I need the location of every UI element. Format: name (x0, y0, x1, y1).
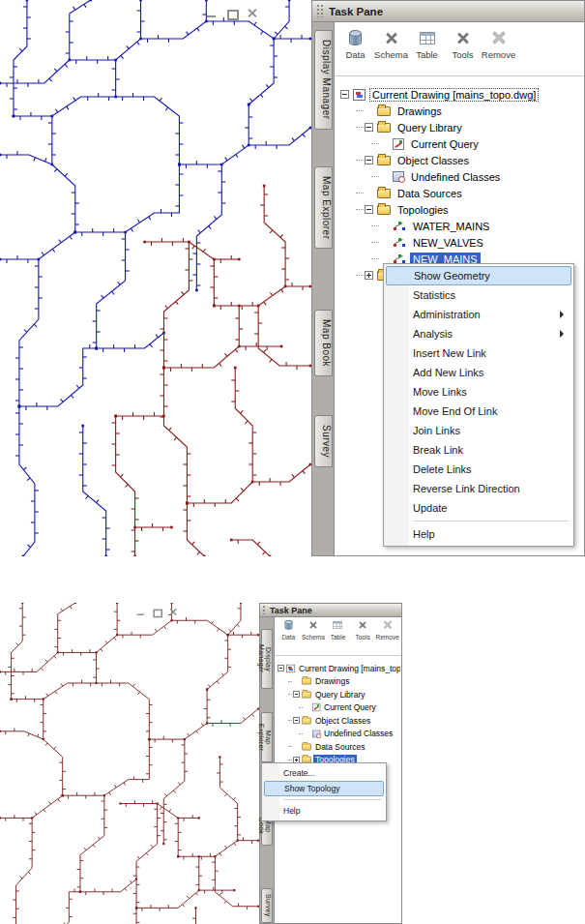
tree-item-data-sources[interactable]: Data Sources (338, 185, 582, 201)
menu-item-create[interactable]: Create... (264, 765, 384, 781)
tree-item-label: Query Library (313, 690, 367, 700)
menu-item-move-end-of-link[interactable]: Move End Of Link (386, 402, 571, 421)
tree-item-current-query[interactable]: Current Query (338, 135, 582, 152)
menu-item-show-topology[interactable]: Show Topology (264, 781, 384, 796)
menu-item-reverse-link-direction[interactable]: Reverse Link Direction (386, 479, 571, 498)
tab-display-manager[interactable]: Display Manager (261, 629, 273, 689)
tree-item-drawings[interactable]: Drawings (338, 103, 582, 119)
map-explorer-tree: Current Drawing [mains_topo.dwg] Drawing… (275, 656, 401, 766)
menu-item-help[interactable]: Help (264, 803, 384, 819)
close-icon[interactable] (168, 608, 178, 616)
tree-item-query-library[interactable]: Query Library (277, 688, 400, 701)
menu-item-label: Insert New Link (413, 347, 486, 359)
menu-item-update[interactable]: Update (386, 498, 571, 518)
toolbar-remove-button[interactable]: Remove (375, 621, 399, 641)
menu-item-label: Update (413, 502, 447, 514)
menu-item-add-new-links[interactable]: Add New Links (386, 363, 571, 382)
minimize-icon[interactable] (205, 8, 218, 18)
menu-item-label: Break Link (413, 444, 463, 456)
collapse-icon[interactable] (293, 691, 300, 698)
toolbar-table-button[interactable]: Table (326, 621, 350, 641)
tree-item-data-sources[interactable]: Data Sources (277, 740, 400, 754)
menu-item-break-link[interactable]: Break Link (386, 440, 571, 460)
tab-survey[interactable]: Survey (314, 415, 333, 467)
minimize-icon[interactable] (135, 608, 145, 616)
tab-map-explorer[interactable]: Map Explorer (261, 712, 273, 762)
close-icon[interactable] (246, 8, 258, 18)
table-icon (420, 29, 435, 46)
water-network-map (0, 0, 311, 556)
collapse-icon[interactable] (365, 156, 373, 164)
grip-handle-icon[interactable] (317, 5, 323, 17)
tree-item-water-mains[interactable]: WATER_MAINS (338, 218, 582, 234)
tree-item-query-library[interactable]: Query Library (338, 119, 582, 135)
tab-survey[interactable]: Survey (261, 888, 273, 923)
folder-icon (377, 205, 391, 215)
menu-item-label: Analysis (413, 328, 453, 340)
collapse-icon[interactable] (365, 123, 373, 132)
menu-item-insert-new-link[interactable]: Insert New Link (386, 343, 571, 363)
task-pane-title: Task Pane (270, 606, 312, 615)
tree-item-topologies[interactable]: Topologies (338, 201, 582, 218)
tree-item-label: Topologies (395, 203, 452, 217)
submenu-arrow-icon (560, 311, 564, 318)
restore-icon[interactable] (225, 8, 238, 18)
tree-item-current-drawing[interactable]: Current Drawing [mains_topo.dwg] (338, 86, 582, 103)
tab-map-book[interactable]: Map Book (314, 310, 333, 376)
tree-item-label: WATER_MAINS (410, 220, 492, 233)
menu-item-statistics[interactable]: Statistics (386, 285, 571, 305)
tab-display-manager[interactable]: Display Manager (314, 30, 333, 130)
tree-item-new-valves[interactable]: NEW_VALVES (338, 234, 582, 251)
toolbar-tools-button[interactable]: Tools (351, 621, 375, 641)
drawing-icon (286, 665, 295, 672)
task-pane-title: Task Pane (329, 6, 383, 17)
menu-item-label: Add New Links (413, 367, 483, 378)
menu-item-analysis[interactable]: Analysis (386, 324, 571, 343)
remove-icon (383, 621, 393, 628)
menu-item-join-links[interactable]: Join Links (386, 421, 571, 440)
expand-icon[interactable] (365, 271, 373, 280)
menu-item-help[interactable]: Help (386, 524, 571, 544)
tree-item-current-drawing[interactable]: Current Drawing [mains_topo.dwg] (277, 662, 400, 675)
page: Task Pane Display Manager Map Explorer M… (0, 0, 585, 924)
toolbar-table-button[interactable]: Table (410, 29, 444, 60)
tree-item-label: Current Query (322, 702, 378, 712)
toolbar-tools-button[interactable]: Tools (446, 29, 480, 60)
tree-item-undefined-classes[interactable]: Undefined Classes (338, 168, 582, 185)
collapse-icon[interactable] (278, 665, 284, 671)
collapse-icon[interactable] (365, 205, 373, 214)
toolbar-data-button[interactable]: Data (277, 621, 301, 641)
toolbar-schema-button[interactable]: Schema (302, 621, 326, 641)
tree-item-object-classes[interactable]: Object Classes (338, 152, 582, 168)
menu-item-show-geometry[interactable]: Show Geometry (386, 266, 571, 285)
tree-item-label: Undefined Classes (322, 729, 395, 738)
collapse-icon[interactable] (340, 90, 349, 99)
map-viewport[interactable] (0, 0, 311, 556)
menu-item-delete-links[interactable]: Delete Links (386, 460, 571, 479)
tree-item-current-query[interactable]: Current Query (277, 701, 400, 715)
menu-item-administration[interactable]: Administration (386, 305, 571, 324)
folder-icon (302, 678, 311, 685)
toolbar-data-button[interactable]: Data (338, 29, 372, 60)
collapse-icon[interactable] (293, 717, 300, 724)
toolbar-remove-button[interactable]: Remove (482, 29, 515, 60)
task-pane-titlebar[interactable]: Task Pane (312, 1, 584, 22)
object-class-icon (393, 171, 404, 182)
toolbar-schema-button[interactable]: Schema (374, 29, 408, 60)
map-viewport[interactable] (0, 603, 259, 924)
tools-icon (455, 29, 471, 46)
tab-map-explorer[interactable]: Map Explorer (314, 166, 333, 249)
tree-item-label: Object Classes (395, 154, 472, 167)
restore-icon[interactable] (152, 608, 161, 616)
menu-item-label: Show Topology (284, 784, 340, 793)
task-pane-titlebar[interactable]: Task Pane (260, 604, 401, 617)
water-network-map (0, 603, 259, 924)
tree-item-object-classes[interactable]: Object Classes (277, 714, 400, 728)
tree-item-drawings[interactable]: Drawings (277, 675, 400, 689)
tree-item-undefined-classes[interactable]: Undefined Classes (277, 728, 400, 741)
grip-handle-icon[interactable] (263, 606, 267, 614)
task-pane-toolbar: Data Schema Table Tools (335, 22, 584, 76)
drawing-icon (353, 89, 366, 101)
task-pane-toolbar: Data Schema Table Tools (275, 617, 401, 656)
menu-item-move-links[interactable]: Move Links (386, 382, 571, 402)
